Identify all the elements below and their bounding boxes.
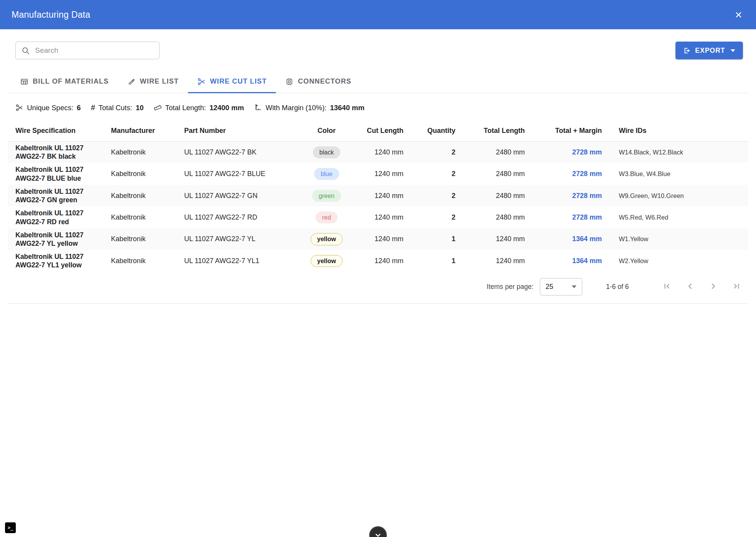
total-length-cell: 2480 mm: [459, 163, 528, 185]
tab-label: Wire List: [140, 77, 179, 86]
color-cell: blue: [297, 163, 356, 185]
tab-label: Wire Cut List: [210, 77, 267, 86]
cut-length-cell: 1240 mm: [356, 206, 407, 228]
table-header-row: Wire Specification Manufacturer Part Num…: [8, 122, 748, 141]
wire-ids-cell: W2.Yellow: [605, 250, 748, 272]
dropdown-caret-icon: [731, 49, 735, 52]
wire-spec-cell: Kabeltronik UL 11027 AWG22-7 RD red: [8, 206, 108, 228]
column-header-wire-ids: Wire IDs: [605, 122, 748, 141]
first-page-button[interactable]: [660, 279, 674, 295]
wire-ids-cell: W1.Yellow: [605, 228, 748, 250]
cut-length-cell: 1240 mm: [356, 250, 407, 272]
items-per-page-select[interactable]: 25: [540, 278, 582, 295]
hash-icon: #: [91, 103, 95, 112]
quantity-cell: 2: [407, 206, 459, 228]
scroll-down-button[interactable]: [369, 526, 387, 537]
chevron-right-icon: [708, 281, 718, 291]
color-cell: red: [297, 206, 356, 228]
column-header-manufacturer: Manufacturer: [108, 122, 181, 141]
chevron-left-icon: [685, 281, 695, 291]
wire-cut-table: Wire Specification Manufacturer Part Num…: [8, 122, 748, 272]
last-page-button[interactable]: [729, 279, 744, 295]
color-cell: green: [297, 185, 356, 206]
stat-label: Unique Specs:: [27, 104, 73, 112]
search-input[interactable]: [16, 42, 159, 59]
search-icon: [21, 46, 30, 55]
margin-ruler-icon: [254, 104, 262, 112]
last-page-icon: [731, 281, 741, 291]
total-length-cell: 1240 mm: [459, 250, 528, 272]
previous-page-button[interactable]: [683, 279, 697, 295]
export-icon: [683, 47, 691, 55]
table-icon: [20, 77, 29, 86]
stat-total-length: Total Length: 12400 mm: [154, 104, 244, 112]
dialog-content: EXPORT Bill of Materials Wire List: [8, 42, 748, 295]
stat-value: 12400 mm: [210, 104, 244, 112]
column-header-wire-specification: Wire Specification: [8, 122, 108, 141]
quantity-cell: 2: [407, 141, 459, 163]
tab-label: Bill of Materials: [33, 77, 109, 86]
total-length-cell: 2480 mm: [459, 185, 528, 206]
tab-wire-list[interactable]: Wire List: [118, 71, 188, 93]
next-page-button[interactable]: [706, 279, 721, 295]
quantity-cell: 1: [407, 250, 459, 272]
tab-label: Connectors: [298, 77, 351, 86]
part-number-cell: UL 11027 AWG22-7 YL: [181, 228, 297, 250]
wire-spec-cell: Kabeltronik UL 11027 AWG22-7 YL yellow: [8, 228, 108, 250]
terminal-glyph: >_: [8, 525, 13, 530]
wire-spec-cell: Kabeltronik UL 11027 AWG22-7 YL1 yellow: [8, 250, 108, 272]
wire-list-icon: [127, 77, 136, 86]
items-per-page-value: 25: [546, 283, 572, 291]
total-margin-cell: 1364 mm: [528, 250, 605, 272]
manufacturer-cell: Kabeltronik: [108, 163, 181, 185]
wire-ids-cell: W9.Green, W10.Green: [605, 185, 748, 206]
stats-bar: Unique Specs: 6 # Total Cuts: 10 Total L…: [8, 103, 748, 112]
toolbar: EXPORT: [8, 42, 748, 59]
stat-label: Total Cuts:: [99, 104, 132, 112]
manufacturer-cell: Kabeltronik: [108, 250, 181, 272]
table-row: Kabeltronik UL 11027 AWG22-7 YL1 yellow …: [8, 250, 748, 272]
color-chip: black: [313, 146, 340, 158]
export-button[interactable]: EXPORT: [675, 42, 743, 59]
stat-label: Total Length:: [165, 104, 206, 112]
tab-connectors[interactable]: Connectors: [276, 71, 361, 93]
column-header-part-number: Part Number: [181, 122, 297, 141]
page-title: Manufacturing Data: [12, 10, 732, 20]
part-number-cell: UL 11027 AWG22-7 RD: [181, 206, 297, 228]
chevron-down-icon: [572, 285, 576, 288]
total-margin-cell: 2728 mm: [528, 141, 605, 163]
chevron-down-icon: [373, 531, 383, 537]
manufacturer-cell: Kabeltronik: [108, 206, 181, 228]
cut-length-cell: 1240 mm: [356, 163, 407, 185]
table-row: Kabeltronik UL 11027 AWG22-7 BK black Ka…: [8, 141, 748, 163]
manufacturer-cell: Kabeltronik: [108, 228, 181, 250]
search-box: [15, 42, 160, 59]
export-label: EXPORT: [695, 47, 725, 55]
total-margin-cell: 2728 mm: [528, 206, 605, 228]
manufacturer-cell: Kabeltronik: [108, 141, 181, 163]
wire-ids-cell: W3.Blue, W4.Blue: [605, 163, 748, 185]
column-header-color: Color: [297, 122, 356, 141]
first-page-icon: [662, 281, 672, 291]
tab-bill-of-materials[interactable]: Bill of Materials: [11, 71, 118, 93]
tab-wire-cut-list[interactable]: Wire Cut List: [188, 71, 276, 93]
color-chip: yellow: [311, 255, 343, 267]
stat-value: 10: [136, 104, 144, 112]
stat-total-cuts: # Total Cuts: 10: [91, 103, 144, 112]
cut-length-cell: 1240 mm: [356, 185, 407, 206]
column-header-cut-length: Cut Length: [356, 122, 407, 141]
wire-spec-cell: Kabeltronik UL 11027 AWG22-7 BK black: [8, 141, 108, 163]
stat-value: 13640 mm: [330, 104, 365, 112]
close-button[interactable]: ×: [732, 8, 744, 22]
table-row: Kabeltronik UL 11027 AWG22-7 RD red Kabe…: [8, 206, 748, 228]
wire-spec-cell: Kabeltronik UL 11027 AWG22-7 BLUE blue: [8, 163, 108, 185]
column-header-quantity: Quantity: [407, 122, 459, 141]
table-row: Kabeltronik UL 11027 AWG22-7 BLUE blue K…: [8, 163, 748, 185]
color-chip: green: [312, 190, 341, 202]
color-cell: yellow: [297, 228, 356, 250]
terminal-icon[interactable]: >_: [5, 522, 16, 533]
ruler-icon: [154, 104, 162, 112]
table-row: Kabeltronik UL 11027 AWG22-7 YL yellow K…: [8, 228, 748, 250]
total-length-cell: 2480 mm: [459, 206, 528, 228]
close-icon: ×: [735, 8, 742, 22]
